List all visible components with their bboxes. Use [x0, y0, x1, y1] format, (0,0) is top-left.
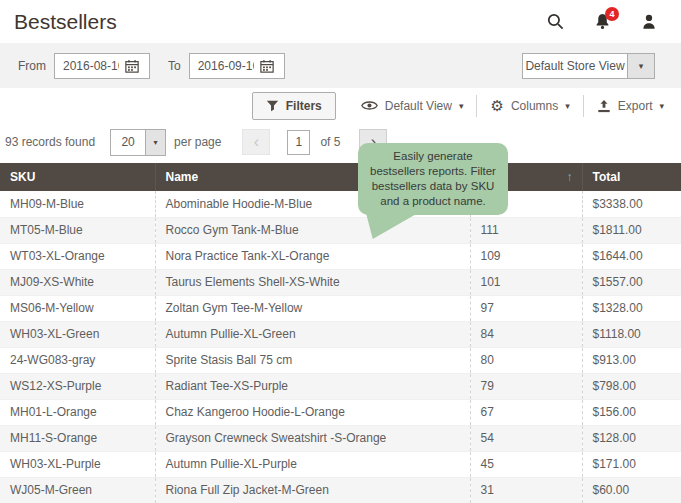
cell-sku: WS12-XS-Purple: [0, 373, 155, 399]
chevron-down-icon: ▾: [659, 101, 664, 111]
cell-sku: WH03-XL-Purple: [0, 451, 155, 477]
header-actions: 4: [545, 12, 659, 32]
cell-name: Radiant Tee-XS-Purple: [155, 373, 470, 399]
grid-toolbar: Filters Default View ▾ ⚙ Columns ▾ Expor…: [0, 88, 681, 121]
masthead: Bestsellers 4: [0, 0, 681, 43]
to-date-input[interactable]: [190, 59, 254, 73]
cell-name: Chaz Kangeroo Hoodie-L-Orange: [155, 399, 470, 425]
default-view-menu[interactable]: Default View ▾: [348, 99, 477, 113]
table-row: WT03-XL-Orange Nora Practice Tank-XL-Ora…: [0, 243, 681, 269]
export-icon: [597, 99, 611, 113]
cell-sku: WT03-XL-Orange: [0, 243, 155, 269]
to-label: To: [168, 59, 181, 73]
table-row: 24-WG083-gray Sprite Stasis Ball 75 cm 8…: [0, 347, 681, 373]
table-row: MH01-L-Orange Chaz Kangeroo Hoodie-L-Ora…: [0, 399, 681, 425]
cell-sku: MJ09-XS-White: [0, 269, 155, 295]
cell-total: $798.00: [582, 373, 681, 399]
cell-sku: WH03-XL-Green: [0, 321, 155, 347]
search-icon[interactable]: [545, 12, 565, 32]
cell-total: $1644.00: [582, 243, 681, 269]
cell-qty: 101: [470, 269, 582, 295]
cell-qty: 79: [470, 373, 582, 399]
grid-header-row: SKU Name ↑ Total: [0, 163, 681, 191]
chevron-down-icon[interactable]: ▾: [145, 130, 165, 155]
chevron-down-icon: ▾: [565, 101, 570, 111]
chevron-down-icon: ▾: [459, 101, 464, 111]
default-view-label: Default View: [385, 99, 452, 113]
bestsellers-grid: SKU Name ↑ Total MH09-M-Blue Abominable …: [0, 163, 681, 503]
chevron-down-icon[interactable]: ▾: [627, 54, 654, 78]
admin-user-icon[interactable]: [639, 12, 659, 32]
cell-total: $156.00: [582, 399, 681, 425]
cell-total: $1118.00: [582, 321, 681, 347]
to-date-field: [189, 53, 285, 79]
table-row: MT05-M-Blue Rocco Gym Tank-M-Blue 111 $1…: [0, 217, 681, 243]
export-label: Export: [618, 99, 653, 113]
per-page-select[interactable]: 20 ▾: [110, 129, 166, 156]
feature-tooltip-bubble: Easily generate bestsellers reports. Fil…: [358, 143, 508, 215]
cell-name: Autumn Pullie-XL-Green: [155, 321, 470, 347]
cell-qty: 80: [470, 347, 582, 373]
store-view-select[interactable]: Default Store View ▾: [522, 53, 655, 79]
filter-funnel-icon: [266, 99, 279, 112]
cell-name: Rocco Gym Tank-M-Blue: [155, 217, 470, 243]
cell-qty: 54: [470, 425, 582, 451]
cell-total: $913.00: [582, 347, 681, 373]
table-row: WS12-XS-Purple Radiant Tee-XS-Purple 79 …: [0, 373, 681, 399]
table-row: WH03-XL-Green Autumn Pullie-XL-Green 84 …: [0, 321, 681, 347]
columns-menu[interactable]: ⚙ Columns ▾: [477, 98, 582, 113]
records-bar: 93 records found 20 ▾ per page ‹ of 5 ›: [0, 121, 681, 163]
cell-total: $1557.00: [582, 269, 681, 295]
cell-name: Autumn Pullie-XL-Purple: [155, 451, 470, 477]
cell-qty: 31: [470, 477, 582, 503]
column-header-sku[interactable]: SKU: [0, 163, 155, 191]
cell-sku: 24-WG083-gray: [0, 347, 155, 373]
cell-qty: 67: [470, 399, 582, 425]
cell-sku: MS06-M-Yellow: [0, 295, 155, 321]
filters-button-label: Filters: [286, 99, 322, 113]
from-date-input[interactable]: [55, 59, 119, 73]
cell-name: Nora Practice Tank-XL-Orange: [155, 243, 470, 269]
table-row: WJ05-M-Green Riona Full Zip Jacket-M-Gre…: [0, 477, 681, 503]
notification-count-badge: 4: [605, 7, 619, 21]
per-page-label: per page: [174, 135, 221, 149]
cell-qty: 109: [470, 243, 582, 269]
calendar-icon[interactable]: [119, 54, 145, 78]
page-title: Bestsellers: [14, 10, 545, 34]
table-row: MJ09-XS-White Taurus Elements Shell-XS-W…: [0, 269, 681, 295]
cell-sku: WJ05-M-Green: [0, 477, 155, 503]
cell-name: Taurus Elements Shell-XS-White: [155, 269, 470, 295]
columns-label: Columns: [511, 99, 558, 113]
from-date-field: [54, 53, 150, 79]
cell-total: $60.00: [582, 477, 681, 503]
records-found-text: 93 records found: [5, 135, 95, 149]
previous-page-button: ‹: [242, 129, 270, 155]
export-menu[interactable]: Export ▾: [584, 99, 677, 113]
notifications-bell-icon[interactable]: 4: [592, 12, 612, 32]
cell-qty: 84: [470, 321, 582, 347]
cell-total: $3338.00: [582, 191, 681, 217]
calendar-icon[interactable]: [254, 54, 280, 78]
table-row: MS06-M-Yellow Zoltan Gym Tee-M-Yellow 97…: [0, 295, 681, 321]
total-pages-label: of 5: [320, 135, 340, 149]
cell-total: $1328.00: [582, 295, 681, 321]
cell-qty: 45: [470, 451, 582, 477]
cell-name: Zoltan Gym Tee-M-Yellow: [155, 295, 470, 321]
current-page-input[interactable]: [287, 130, 310, 155]
cell-sku: MH11-S-Orange: [0, 425, 155, 451]
bestsellers-report-page: Bestsellers 4 From To: [0, 0, 681, 503]
gear-icon: ⚙: [490, 98, 503, 113]
eye-icon: [361, 99, 378, 112]
cell-sku: MT05-M-Blue: [0, 217, 155, 243]
cell-qty: 97: [470, 295, 582, 321]
filters-button[interactable]: Filters: [252, 92, 336, 120]
store-view-value: Default Store View: [523, 54, 627, 78]
cell-total: $171.00: [582, 451, 681, 477]
table-row: MH09-M-Blue Abominable Hoodie-M-Blue $33…: [0, 191, 681, 217]
table-row: WH03-XL-Purple Autumn Pullie-XL-Purple 4…: [0, 451, 681, 477]
per-page-value: 20: [111, 130, 145, 155]
cell-total: $128.00: [582, 425, 681, 451]
cell-qty: 111: [470, 217, 582, 243]
column-header-total[interactable]: Total: [582, 163, 681, 191]
cell-sku: MH09-M-Blue: [0, 191, 155, 217]
